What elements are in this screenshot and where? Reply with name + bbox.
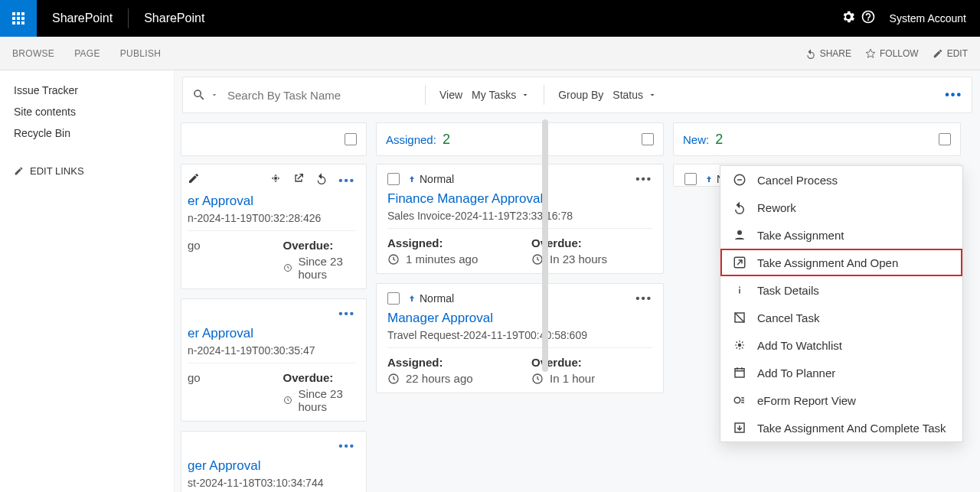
task-checkbox[interactable] bbox=[387, 173, 400, 185]
column-select-checkbox[interactable] bbox=[642, 133, 654, 145]
follow-button[interactable]: FOLLOW bbox=[865, 48, 919, 59]
toolbar-more-button[interactable]: ••• bbox=[945, 88, 962, 102]
task-title-link[interactable]: Finance Manager Approval bbox=[387, 185, 652, 210]
watch-icon[interactable] bbox=[270, 172, 282, 187]
pencil-icon[interactable] bbox=[188, 172, 200, 187]
card-more-button[interactable]: ••• bbox=[338, 174, 355, 187]
open-external-icon[interactable] bbox=[292, 172, 305, 187]
svg-rect-11 bbox=[739, 287, 740, 288]
overdue-value: Since 23 hours bbox=[283, 255, 356, 281]
ctx-task-details[interactable]: Task Details bbox=[720, 276, 962, 304]
task-title-link[interactable]: er Approval bbox=[188, 320, 355, 344]
group-by-dropdown[interactable]: Status bbox=[612, 89, 657, 101]
app-launcher-button[interactable] bbox=[0, 0, 37, 37]
rework-icon bbox=[733, 200, 746, 214]
card-more-button[interactable]: ••• bbox=[635, 292, 652, 305]
svg-point-0 bbox=[274, 177, 277, 180]
overdue-label: Overdue: bbox=[531, 236, 652, 253]
assigned-value: 22 hours ago bbox=[387, 372, 508, 385]
view-label: View bbox=[439, 89, 462, 101]
column-count: 2 bbox=[443, 132, 450, 148]
scrollbar-thumb[interactable] bbox=[542, 119, 548, 372]
assigned-value: go bbox=[188, 239, 260, 252]
left-nav: Issue Tracker Site contents Recycle Bin … bbox=[0, 70, 175, 492]
task-card[interactable]: ••• ger Approval st-2024-11-18T03:10:34:… bbox=[181, 431, 367, 492]
user-name-label[interactable]: System Account bbox=[880, 12, 972, 24]
follow-label: FOLLOW bbox=[880, 48, 919, 59]
overdue-value: In 1 hour bbox=[531, 372, 652, 385]
column-header: New: 2 bbox=[673, 122, 961, 156]
svg-point-8 bbox=[737, 230, 742, 235]
nav-recycle-bin[interactable]: Recycle Bin bbox=[14, 122, 174, 144]
complete-icon bbox=[733, 421, 746, 435]
assigned-value: 1 minutes ago bbox=[387, 253, 508, 266]
task-checkbox[interactable] bbox=[684, 173, 697, 185]
ctx-cancel-process[interactable]: Cancel Process bbox=[720, 166, 962, 194]
separator bbox=[425, 85, 426, 105]
ctx-eform-report-view[interactable]: eForm Report View bbox=[720, 386, 962, 414]
ctx-take-and-complete[interactable]: Take Assignment And Complete Task bbox=[720, 414, 962, 441]
overdue-value: Since 23 hours bbox=[283, 387, 356, 413]
task-title-link[interactable]: er Approval bbox=[188, 187, 355, 212]
ribbon-tab-browse[interactable]: BROWSE bbox=[12, 48, 54, 59]
person-icon bbox=[733, 228, 746, 242]
open-assignment-icon bbox=[733, 256, 746, 269]
column-count: 2 bbox=[715, 132, 723, 148]
planner-icon bbox=[733, 366, 746, 380]
card-more-button[interactable]: ••• bbox=[338, 439, 355, 452]
assigned-label: Assigned: bbox=[387, 356, 508, 372]
task-subtitle: st-2024-11-18T03:10:34:744 bbox=[188, 477, 355, 489]
group-by-label: Group By bbox=[558, 89, 603, 101]
view-dropdown[interactable]: My Tasks bbox=[472, 89, 530, 101]
ctx-take-assignment[interactable]: Take Assignment bbox=[720, 221, 962, 249]
edit-button[interactable]: EDIT bbox=[933, 48, 968, 59]
nav-site-contents[interactable]: Site contents bbox=[14, 101, 174, 122]
ribbon: BROWSE PAGE PUBLISH SHARE FOLLOW EDIT bbox=[0, 37, 980, 70]
ctx-rework[interactable]: Rework bbox=[720, 194, 962, 221]
cancel-icon bbox=[733, 173, 746, 187]
share-label: SHARE bbox=[820, 48, 851, 59]
body: Issue Tracker Site contents Recycle Bin … bbox=[0, 70, 980, 492]
refresh-user-icon[interactable] bbox=[315, 172, 328, 187]
task-title-link[interactable]: Manager Approval bbox=[387, 305, 652, 329]
edit-links-button[interactable]: EDIT LINKS bbox=[14, 144, 174, 177]
ctx-take-assignment-and-open[interactable]: Take Assignment And Open bbox=[720, 249, 962, 276]
task-card[interactable]: Normal ••• Manager Approval Travel Reque… bbox=[376, 283, 664, 393]
assigned-label: Assigned: bbox=[387, 236, 508, 253]
brand-primary: SharePoint bbox=[37, 11, 128, 25]
share-button[interactable]: SHARE bbox=[805, 48, 851, 59]
column-select-checkbox[interactable] bbox=[345, 133, 357, 145]
settings-icon[interactable] bbox=[841, 9, 856, 28]
task-title-link[interactable]: ger Approval bbox=[188, 452, 355, 477]
card-more-button[interactable]: ••• bbox=[338, 307, 355, 320]
pencil-icon bbox=[14, 166, 24, 176]
svg-point-15 bbox=[734, 397, 740, 403]
card-context-menu: Cancel Process Rework Take Assignment Ta… bbox=[720, 165, 963, 442]
nav-issue-tracker[interactable]: Issue Tracker bbox=[14, 80, 174, 101]
ctx-add-to-planner[interactable]: Add To Planner bbox=[720, 359, 962, 386]
task-checkbox[interactable] bbox=[387, 292, 400, 305]
clock-icon bbox=[387, 373, 400, 385]
column-header: Assigned: 2 bbox=[376, 122, 664, 156]
card-more-button[interactable]: ••• bbox=[635, 172, 652, 185]
task-card[interactable]: ••• er Approval n-2024-11-19T00:32:28:42… bbox=[181, 164, 367, 289]
task-card[interactable]: Normal ••• Finance Manager Approval Sale… bbox=[376, 164, 664, 274]
ctx-add-to-watchlist[interactable]: Add To Watchlist bbox=[720, 331, 962, 359]
waffle-icon bbox=[12, 12, 24, 24]
column-header bbox=[181, 122, 367, 156]
search-button[interactable] bbox=[192, 88, 218, 102]
arrow-up-icon bbox=[407, 294, 416, 303]
clock-icon bbox=[387, 253, 400, 266]
column-select-checkbox[interactable] bbox=[939, 133, 951, 145]
search-input[interactable] bbox=[227, 89, 411, 102]
help-icon[interactable] bbox=[861, 9, 876, 28]
ribbon-tab-publish[interactable]: PUBLISH bbox=[120, 48, 161, 59]
ctx-cancel-task[interactable]: Cancel Task bbox=[720, 304, 962, 331]
brand-secondary[interactable]: SharePoint bbox=[129, 11, 220, 25]
clock-icon bbox=[283, 394, 292, 406]
ribbon-tab-page[interactable]: PAGE bbox=[74, 48, 100, 59]
task-card[interactable]: ••• er Approval n-2024-11-19T00:30:35:47… bbox=[181, 298, 367, 422]
svg-point-13 bbox=[738, 344, 742, 347]
assigned-value: go bbox=[188, 371, 260, 384]
topbar: SharePoint SharePoint System Account bbox=[0, 0, 980, 37]
